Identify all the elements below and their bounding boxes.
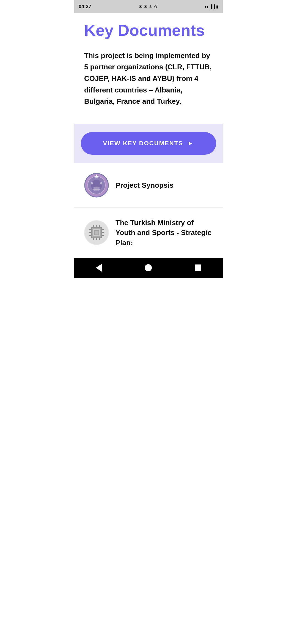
page-title: Key Documents <box>84 21 213 39</box>
svg-point-4 <box>91 182 93 184</box>
svg-rect-14 <box>96 225 97 228</box>
svg-point-5 <box>100 182 102 184</box>
back-button[interactable] <box>96 264 102 272</box>
blocked-icon: ⊘ <box>154 4 157 9</box>
warning-icon: ⚠ <box>149 4 152 9</box>
home-button[interactable] <box>145 264 152 271</box>
document-list: Project Synopsis <box>74 163 223 258</box>
recents-button[interactable] <box>195 264 201 271</box>
gmail-icon-2: ✉ <box>144 4 147 9</box>
view-key-documents-button[interactable]: VIEW KEY DOCUMENTS ► <box>81 132 216 155</box>
svg-rect-13 <box>93 225 94 228</box>
status-time: 04:37 <box>79 4 91 10</box>
recents-icon <box>195 264 201 271</box>
svg-rect-18 <box>99 238 100 240</box>
nav-bar <box>74 258 223 278</box>
svg-rect-24 <box>101 235 104 236</box>
turkish-ministry-title: The Turkish Ministry of Youth and Sports… <box>116 218 213 248</box>
signal-icon: ▐▐ <box>210 4 215 9</box>
svg-rect-8 <box>94 190 99 191</box>
document-item-turkish-ministry[interactable]: The Turkish Ministry of Youth and Sports… <box>74 208 223 258</box>
battery-icon: ▮ <box>216 4 218 9</box>
description-text: This project is being implemented by 5 p… <box>84 50 213 107</box>
gmail-icon-1: ✉ <box>139 4 142 9</box>
back-icon <box>96 264 102 272</box>
svg-rect-21 <box>89 235 92 236</box>
svg-rect-17 <box>96 238 97 240</box>
turkish-ministry-icon <box>84 220 109 245</box>
main-content: Key Documents This project is being impl… <box>74 13 223 107</box>
svg-rect-7 <box>93 189 100 190</box>
button-section: VIEW KEY DOCUMENTS ► <box>74 124 223 163</box>
svg-rect-19 <box>89 229 92 230</box>
status-right-icons: ▾▾ ▐▐ ▮ <box>205 4 218 9</box>
wifi-icon: ▾▾ <box>205 4 208 9</box>
svg-rect-12 <box>94 230 99 235</box>
project-synopsis-icon <box>84 173 109 198</box>
document-item-project-synopsis[interactable]: Project Synopsis <box>74 163 223 208</box>
arrow-icon: ► <box>188 140 194 147</box>
svg-rect-15 <box>99 225 100 228</box>
project-synopsis-title: Project Synopsis <box>116 180 174 190</box>
status-bar: 04:37 ✉ ✉ ⚠ ⊘ ▾▾ ▐▐ ▮ <box>74 0 223 13</box>
button-label: VIEW KEY DOCUMENTS <box>103 140 183 147</box>
svg-point-6 <box>93 187 100 189</box>
project-synopsis-icon-wrap <box>84 173 109 198</box>
turkish-ministry-icon-wrap <box>84 220 109 245</box>
svg-rect-22 <box>101 229 104 230</box>
svg-rect-16 <box>93 238 94 240</box>
svg-rect-23 <box>101 232 104 233</box>
svg-rect-20 <box>89 232 92 233</box>
status-icons: ✉ ✉ ⚠ ⊘ <box>139 4 157 9</box>
home-icon <box>145 264 152 271</box>
